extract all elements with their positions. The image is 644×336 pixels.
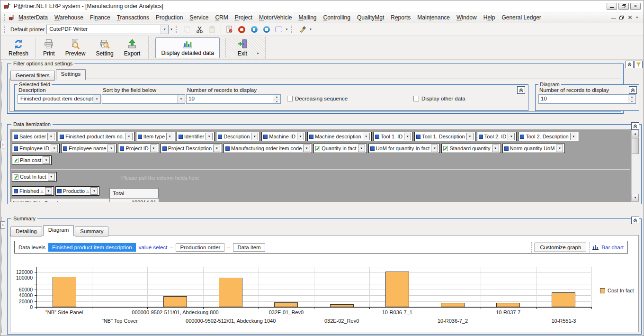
tab-diagram[interactable]: Diagram [43,225,74,236]
record-button[interactable] [237,24,247,35]
tab-general-filters[interactable]: General filters [10,71,55,81]
exit-button[interactable]: Exit [232,37,253,58]
mdi-minimize-button[interactable]: — [611,15,616,20]
spinner-up-button[interactable]: ▲ [273,95,280,100]
field-chip-employee-id[interactable]: Employee ID▼ [12,144,60,153]
field-chip-tool-1-description[interactable]: Tool 1. Description▼ [414,132,475,141]
field-chip-finished-product-item-no[interactable]: Finished product item no.▼ [58,132,134,141]
field-chip-description[interactable]: Description▼ [216,132,260,141]
bar-10-r036-7-1[interactable] [385,272,409,307]
decreasing-sequence-checkbox[interactable] [287,96,293,101]
chip-dropdown-button[interactable]: ▼ [556,145,563,152]
menu-item-project[interactable]: Project [232,13,256,22]
chip-dropdown-button[interactable]: ▼ [48,173,55,181]
bar-10-r036-7-2[interactable] [441,303,465,307]
collapse-diagram-button[interactable] [629,86,637,94]
chip-dropdown-button[interactable]: ▼ [251,133,258,140]
menu-item-maintenance[interactable]: Maintenance [414,13,453,22]
menu-drag-handle[interactable] [4,14,7,21]
tab-detailing[interactable]: Detailing [10,227,42,236]
chip-dropdown-button[interactable]: ▼ [303,145,310,152]
field-chip-machine-description[interactable]: Machine description▼ [307,132,372,141]
menu-item-transactions[interactable]: Transactions [114,13,152,22]
toolbar-drag-handle[interactable] [4,26,7,33]
bar-nb-side-panel[interactable] [53,277,76,307]
field-chip-tool-1-id[interactable]: Tool 1. ID▼ [373,132,413,141]
bar-032e-02-rev0[interactable] [330,304,354,307]
field-chip-item-type[interactable]: Item type▼ [136,132,175,141]
cut-button[interactable] [195,24,205,35]
toolbar-drag-handle-3[interactable] [291,26,294,33]
description-select[interactable]: Finished product item descriptio ▼ [18,94,101,104]
menu-item-warehouse[interactable]: Warehouse [51,13,87,22]
preview-button[interactable]: Preview [60,37,91,58]
menu-item-controlling[interactable]: Controlling [320,13,354,22]
menu-item-finance[interactable]: Finance [87,13,114,22]
menu-item-service[interactable]: Service [186,13,212,22]
toolbar-drag-handle-2[interactable] [176,26,179,33]
pin-filter-button[interactable] [635,61,643,68]
format-brush-button[interactable] [297,24,308,35]
comment-button[interactable] [274,24,284,35]
collapse-selected-field-button[interactable] [517,86,525,94]
close-button[interactable]: ✕ [630,3,641,10]
chip-dropdown-button[interactable]: ▼ [107,145,115,152]
chip-dropdown-button[interactable]: ▼ [47,133,54,140]
chip-dropdown-button[interactable]: ▼ [570,133,577,140]
field-chip-sales-order[interactable]: Sales order▼ [12,132,56,141]
field-chip-productio[interactable]: Productio△▼ [55,186,100,196]
scrollbar-thumb[interactable] [632,138,639,154]
value-select-link[interactable]: value select [139,245,168,250]
report-button[interactable] [224,24,235,35]
field-chip-standard-quantity[interactable]: Standard quantity▼ [441,144,501,153]
chip-dropdown-button[interactable]: ▼ [150,145,157,152]
expand-dataitem-button[interactable]: › [0,141,5,148]
field-chip-tool-2-description[interactable]: Tool 2. Description▼ [518,132,579,141]
collapse-filter-section-button[interactable] [626,61,634,68]
chip-dropdown-button[interactable]: ▼ [297,133,304,140]
menu-item-help[interactable]: Help [480,13,499,22]
chip-dropdown-button[interactable]: ▼ [90,187,98,195]
spinner-up-button[interactable]: ▲ [628,95,635,100]
chip-dropdown-button[interactable]: ▼ [43,156,50,164]
copy-button[interactable] [182,24,193,35]
field-chip-cost-in-fact[interactable]: Cost In fact▼ [12,172,57,182]
chip-dropdown-button[interactable]: ▼ [45,187,52,195]
pause-button[interactable] [249,24,259,35]
display-other-data-checkbox[interactable] [413,96,419,101]
mdi-close-button[interactable]: ✕ [627,14,632,21]
menu-item-qualitymgt[interactable]: QualityMgt [354,13,387,22]
field-chip-finished[interactable]: Finished△▼ [12,186,54,196]
field-chip-quantity-in-fact[interactable]: Quantity in fact▼ [313,144,367,153]
tab-summary[interactable]: Summary [75,227,108,236]
exit-dropdown-button[interactable]: ▾ [257,52,259,58]
chip-dropdown-button[interactable]: ▼ [363,133,370,140]
expand-summary-button[interactable]: › [0,221,5,229]
bar-000000-9502-512-01-abdeckung-1040[interactable] [219,278,242,307]
print-button[interactable]: Print [38,37,60,58]
diagram-records-input[interactable]: 10 ▲ ▼ [538,94,636,104]
chip-dropdown-button[interactable]: ▼ [125,133,133,140]
format-dropdown-button[interactable]: ▾ [310,27,312,31]
field-chip-plan-cost[interactable]: Plan cost▼ [12,155,52,165]
expand-row-button[interactable]: + [13,201,18,202]
collapse-summary-button[interactable] [631,217,639,224]
sort-by-select[interactable]: ▼ [102,94,185,104]
chip-dropdown-button[interactable]: ▼ [404,133,411,140]
level-chip-production-order[interactable]: Production order [176,243,224,252]
bar-10-r037-7[interactable] [496,303,520,307]
scroll-up-button[interactable]: ▲ [632,130,639,137]
field-chip-machine-id[interactable]: Machine ID▼ [261,132,306,141]
chip-dropdown-button[interactable]: ▼ [358,145,365,152]
setting-button[interactable]: Setting [90,37,118,58]
chip-dropdown-button[interactable]: ▼ [206,133,213,140]
field-chip-uom-for-quantity-in-fact[interactable]: UoM for quantity In fact▼ [368,144,440,153]
field-chip-project-description[interactable]: Project Description▼ [161,144,222,153]
bar-10-r551-3[interactable] [552,292,575,307]
active-data-level-chip[interactable]: Finished product item description [48,243,136,252]
chip-dropdown-button[interactable]: ▼ [466,133,474,140]
field-chip-identifier[interactable]: Identifier▼ [177,132,215,141]
mdi-restore-button[interactable] [619,15,624,20]
scroll-down-button[interactable]: ▼ [632,194,639,201]
display-detailed-data-button[interactable]: Display detailed data [155,37,219,58]
